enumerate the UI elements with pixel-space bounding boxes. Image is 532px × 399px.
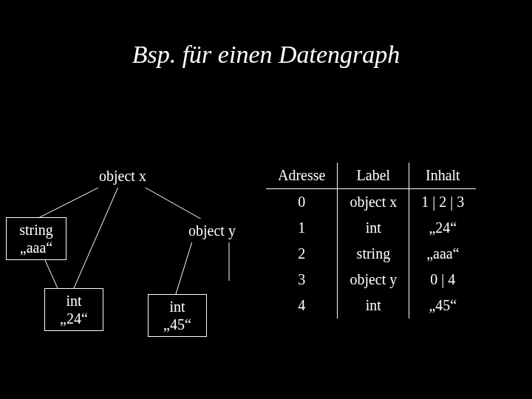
svg-line-1: [74, 187, 118, 288]
table-header-row: Adresse Label Inhalt: [266, 163, 476, 189]
cell-addr: 2: [266, 241, 338, 267]
node-int-24: int „24“: [44, 288, 103, 331]
cell-addr: 4: [266, 293, 338, 318]
col-header-content: Inhalt: [409, 163, 477, 189]
svg-line-4: [176, 242, 192, 294]
svg-line-2: [144, 187, 203, 220]
cell-content: „aaa“: [409, 241, 477, 267]
table-row: 4 int „45“: [266, 293, 476, 318]
slide-title: Bsp. für einen Datengraph: [0, 41, 532, 69]
table-row: 2 string „aaa“: [266, 241, 476, 267]
node-int-45: int „45“: [148, 294, 207, 337]
address-table: Adresse Label Inhalt 0 object x 1 | 2 | …: [266, 163, 476, 318]
cell-content: 1 | 2 | 3: [409, 189, 477, 216]
cell-addr: 0: [266, 189, 338, 216]
cell-addr: 1: [266, 215, 338, 241]
node-object-x: object x: [81, 164, 164, 188]
cell-label: int: [338, 215, 409, 241]
cell-label: int: [338, 293, 409, 318]
svg-line-3: [44, 259, 58, 288]
cell-content: 0 | 4: [409, 267, 477, 293]
node-object-y: object y: [171, 219, 253, 242]
table-row: 1 int „24“: [266, 215, 476, 241]
svg-line-0: [37, 187, 100, 219]
col-header-label: Label: [338, 163, 409, 189]
cell-addr: 3: [266, 267, 338, 293]
cell-content: „45“: [409, 293, 477, 318]
cell-label: object y: [338, 267, 409, 293]
col-header-address: Adresse: [266, 163, 338, 189]
cell-label: string: [338, 241, 409, 267]
table-row: 3 object y 0 | 4: [266, 267, 476, 293]
node-string-aaa: string „aaa“: [6, 217, 66, 260]
cell-content: „24“: [409, 215, 477, 241]
table-row: 0 object x 1 | 2 | 3: [266, 189, 476, 216]
cell-label: object x: [338, 189, 409, 216]
